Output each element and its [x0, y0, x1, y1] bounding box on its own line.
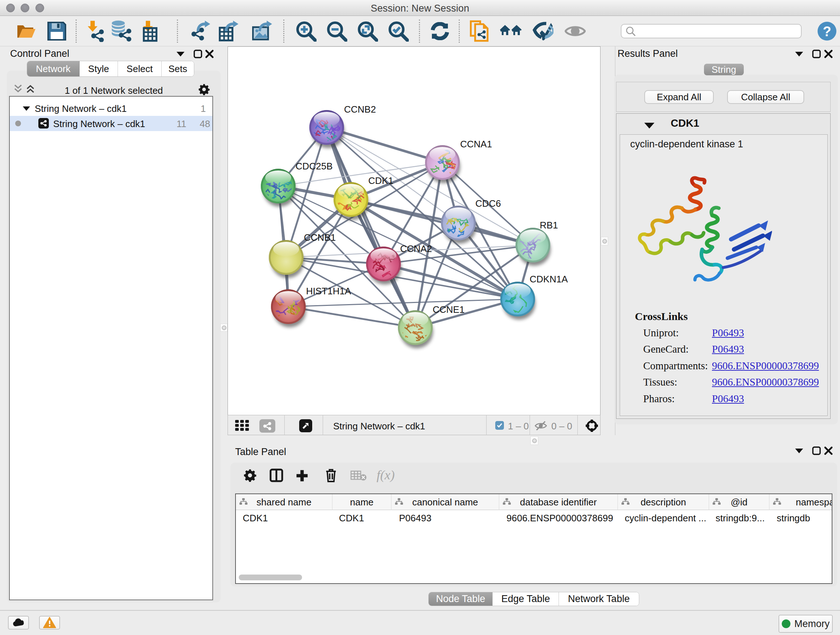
crosslink-label: Tissues:	[643, 376, 677, 388]
table-panel-float-button[interactable]	[812, 446, 821, 455]
results-panel-close-button[interactable]	[824, 49, 833, 59]
open-in-window-button[interactable]	[299, 419, 312, 432]
horizontal-splitter-handle[interactable]	[531, 436, 538, 445]
tab-network-table[interactable]: Network Table	[559, 592, 639, 606]
crosslink-value[interactable]: P06493	[712, 343, 744, 355]
crosslink-value[interactable]: 9606.ENSP00000378699	[712, 376, 819, 388]
control-panel-close-button[interactable]	[205, 49, 214, 59]
results-content: String Expand All Collapse All CDK1 cycl…	[614, 74, 838, 424]
table-content: f(x) shared name name canonical name dat…	[231, 463, 837, 586]
protein-name: CDK1	[671, 117, 699, 129]
column-header-namespace[interactable]: namespace	[769, 494, 832, 510]
import-table-file-button[interactable]	[139, 16, 159, 46]
protein-section: CDK1 cyclin-dependent kinase 1	[616, 113, 831, 419]
zoom-selected-button[interactable]	[387, 16, 409, 46]
share-icon	[263, 422, 272, 431]
column-header-name[interactable]: name	[332, 494, 392, 510]
network-row[interactable]: String Network – cdk1 11 48	[10, 116, 212, 131]
column-header-label: canonical name	[412, 497, 478, 508]
network-share-button[interactable]	[259, 419, 275, 432]
zoom-in-button[interactable]	[295, 16, 317, 46]
add-column-button[interactable]	[295, 469, 309, 483]
tab-select[interactable]: Select	[118, 61, 162, 76]
open-session-button[interactable]	[16, 16, 36, 46]
save-session-button[interactable]	[47, 16, 66, 46]
expand-all-button[interactable]: Expand All	[644, 90, 714, 104]
table-row[interactable]: CDK1 CDK1 P06493 9606.ENSP00000378699 cy…	[236, 510, 832, 526]
cloud-status-button[interactable]	[8, 616, 29, 630]
crosslink-value[interactable]: 9606.ENSP00000378699	[712, 360, 819, 372]
control-panel-float-button[interactable]	[193, 49, 202, 59]
cell-name: CDK1	[339, 510, 364, 526]
protein-structure-image	[635, 175, 772, 292]
protein-description: cyclin-dependent kinase 1	[630, 139, 743, 150]
results-panel-menu-button[interactable]	[794, 51, 805, 57]
crosslink-label: GeneCard:	[643, 343, 689, 355]
column-header-canonical-name[interactable]: canonical name	[392, 494, 499, 510]
center-view-button[interactable]	[584, 418, 599, 433]
toolbar-separator	[177, 19, 178, 43]
table-horizontal-scrollbar[interactable]	[239, 575, 302, 580]
cell-shared-name: CDK1	[243, 510, 268, 526]
toolbar-separator	[283, 19, 284, 43]
right-splitter-handle[interactable]	[601, 237, 608, 245]
network-options-gear-button[interactable]	[198, 84, 210, 95]
delete-column-button[interactable]	[325, 468, 338, 483]
grid-icon	[235, 420, 250, 431]
column-header-database-identifier[interactable]: database identifier	[499, 494, 618, 510]
delete-table-button[interactable]	[351, 470, 366, 481]
refresh-button[interactable]	[430, 16, 450, 46]
warning-status-button[interactable]	[39, 616, 60, 630]
collapse-all-button[interactable]: Collapse All	[727, 90, 804, 104]
search-input[interactable]	[621, 24, 802, 38]
tab-network[interactable]: Network	[27, 61, 80, 76]
help-button[interactable]: ?	[817, 16, 837, 46]
control-panel-menu-button[interactable]	[175, 51, 186, 57]
tab-string[interactable]: String	[704, 64, 744, 75]
show-columns-button[interactable]	[270, 469, 283, 482]
zoom-fit-button[interactable]	[357, 16, 378, 46]
network-canvas[interactable]: CCNB2CCNA1CDC25BCDK1CDC6RB1CCNB1CCNA2CDK…	[227, 46, 600, 415]
hide-selected-button[interactable]	[532, 16, 554, 46]
zoom-out-button[interactable]	[326, 16, 347, 46]
crosslink-value[interactable]: P06493	[712, 327, 744, 339]
import-network-file-button[interactable]	[85, 16, 106, 46]
column-header-shared-name[interactable]: shared name	[236, 494, 332, 510]
clone-network-button[interactable]	[469, 16, 490, 46]
tab-style[interactable]: Style	[80, 61, 118, 76]
column-header-description[interactable]: description	[618, 494, 709, 510]
birdseye-toggle-button[interactable]	[235, 420, 250, 431]
network-collection-row[interactable]: String Network – cdk1 1	[10, 101, 212, 116]
horizontal-splitter[interactable]	[227, 435, 840, 447]
export-table-button[interactable]	[218, 16, 239, 46]
column-header-label: description	[641, 497, 686, 508]
collection-expand-triangle[interactable]	[22, 106, 31, 111]
import-network-database-button[interactable]	[110, 16, 133, 46]
tab-node-table[interactable]: Node Table	[429, 592, 493, 606]
search-icon	[625, 26, 636, 36]
tab-sets[interactable]: Sets	[162, 61, 194, 76]
table-panel-close-button[interactable]	[824, 446, 833, 455]
first-neighbors-button[interactable]	[499, 16, 523, 46]
function-builder-button[interactable]: f(x)	[377, 467, 395, 483]
export-image-button[interactable]	[252, 16, 273, 46]
protein-details: cyclin-dependent kinase 1	[620, 134, 828, 416]
column-header-label: name	[350, 497, 373, 508]
protein-collapse-triangle[interactable]	[643, 122, 655, 129]
left-splitter-handle[interactable]	[220, 324, 227, 332]
memory-status-button[interactable]: Memory	[778, 615, 833, 633]
table-panel-menu-button[interactable]	[794, 448, 805, 454]
results-panel-float-button[interactable]	[812, 49, 821, 59]
crosslink-value[interactable]: P06493	[712, 393, 744, 405]
show-all-button[interactable]	[564, 16, 586, 46]
column-header-id[interactable]: @id	[709, 494, 769, 510]
tab-edge-table[interactable]: Edge Table	[493, 592, 559, 606]
node-table: shared name name canonical name database…	[235, 494, 832, 584]
network-view-title: String Network – cdk1	[333, 421, 425, 432]
column-header-label: shared name	[256, 497, 311, 508]
table-options-gear-button[interactable]	[243, 469, 256, 482]
cell-canonical-name: P06493	[399, 510, 431, 526]
column-header-label: @id	[731, 497, 748, 508]
memory-label: Memory	[794, 618, 830, 630]
export-network-button[interactable]	[191, 16, 211, 46]
